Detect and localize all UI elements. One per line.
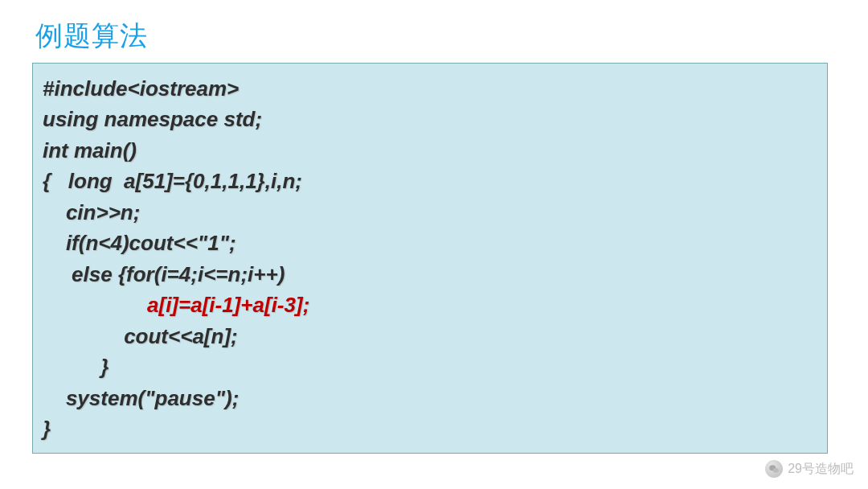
- slide-title: 例题算法: [35, 18, 836, 55]
- code-block: #include<iostream> using namespace std; …: [32, 63, 828, 454]
- code-line: cin>>n;: [43, 197, 817, 228]
- code-line: { long a[51]={0,1,1,1},i,n;: [43, 166, 817, 196]
- code-line: if(n<4)cout<<"1";: [43, 228, 817, 258]
- svg-point-1: [773, 468, 779, 473]
- code-line: using namespace std;: [43, 104, 817, 134]
- code-line-highlight: a[i]=a[i-1]+a[i-3];: [43, 290, 817, 320]
- watermark: 29号造物吧: [765, 460, 854, 478]
- slide: 例题算法 #include<iostream> using namespace …: [0, 0, 868, 489]
- code-line: cout<<a[n];: [43, 321, 817, 351]
- code-line: }: [43, 351, 817, 382]
- wechat-icon: [765, 460, 783, 478]
- code-line: #include<iostream>: [43, 73, 817, 104]
- code-line: system("pause");: [43, 383, 817, 413]
- watermark-text: 29号造物吧: [788, 461, 854, 478]
- code-line: }: [43, 413, 817, 444]
- code-line: int main(): [43, 135, 817, 166]
- code-line: else {for(i=4;i<=n;i++): [43, 259, 817, 290]
